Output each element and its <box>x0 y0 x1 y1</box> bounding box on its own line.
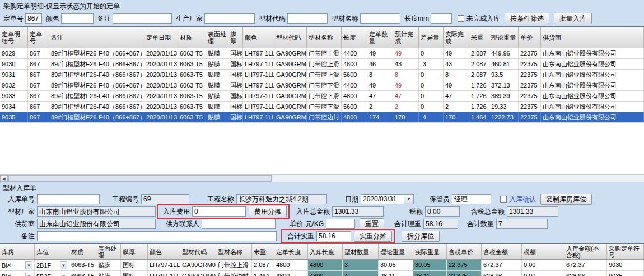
order-column-header[interactable]: 材质 <box>178 27 206 48</box>
order-table-row[interactable]: 903086789#门框型材F26-F40（866+867）2020/01/13… <box>0 59 644 70</box>
order-column-header[interactable]: 差异量 <box>419 27 444 48</box>
order-column-header[interactable]: 定单号 <box>28 27 49 48</box>
inbound-column-header[interactable]: 型材数量 <box>343 244 379 259</box>
batch-inbound-button[interactable]: 批量入库 <box>554 13 592 24</box>
project-no-input[interactable] <box>141 194 189 204</box>
warehouse-select[interactable]: B区▼ <box>0 271 35 276</box>
split-location-button[interactable]: 拆分库位 <box>402 231 440 242</box>
unfinished-checkbox[interactable] <box>458 15 464 22</box>
inbound-remark-input[interactable] <box>37 231 277 241</box>
fee-input[interactable] <box>192 206 246 217</box>
order-column-header[interactable]: 膜厚 <box>228 27 243 48</box>
manufacturer-input[interactable] <box>204 13 255 24</box>
inbound-column-header[interactable]: 库位 <box>35 244 69 259</box>
order-table-cell: 国标 <box>228 112 243 122</box>
copy-warehouse-location-button[interactable]: 复制库房库位 <box>540 194 592 205</box>
theory-weight-input[interactable] <box>423 219 458 229</box>
inbound-column-header[interactable]: 理论重量 <box>379 244 413 259</box>
actual-weight-input[interactable] <box>316 231 351 241</box>
inbound-table-cell: 4800 <box>308 271 343 276</box>
order-column-header[interactable]: 预计完成 <box>393 27 419 48</box>
profile-code-input[interactable] <box>287 13 328 24</box>
fee-share-button[interactable]: 费用分摊 <box>249 206 287 217</box>
location-select[interactable]: 5B2F▼ <box>35 271 69 276</box>
length-input[interactable] <box>431 13 452 24</box>
order-table-row[interactable]: 903486789#门框型材F26-F40（866+867）2020/01/13… <box>0 102 644 112</box>
inbound-column-header[interactable]: 颜色 <box>148 244 180 259</box>
inbound-table-row[interactable]: B区▼2B1F▼6063-T5贴膜国标LH797-1LL0GA90GRM03门带… <box>0 260 644 271</box>
combo-dropdown-icon[interactable]: ▼ <box>60 273 67 276</box>
inbound-column-header[interactable]: 含税单价 <box>447 244 482 259</box>
order-table-cell: 449.96 <box>489 48 519 58</box>
order-column-header[interactable]: 供货商 <box>541 27 644 48</box>
order-column-header[interactable]: 定单数量 <box>367 27 393 48</box>
inbound-column-header[interactable]: 实际重量 <box>413 244 447 259</box>
inbound-column-header[interactable]: 表面处理 <box>96 244 121 259</box>
order-column-header[interactable]: 表面处理 <box>206 27 228 48</box>
inbound-column-header[interactable]: 米重 <box>252 244 274 259</box>
project-name-input[interactable] <box>236 194 327 204</box>
filter-by-condition-button[interactable]: 按条件筛选 <box>505 13 549 24</box>
contact-input[interactable] <box>202 219 276 229</box>
inbound-column-header[interactable]: 库房 <box>0 244 35 259</box>
order-table-row[interactable]: 903586789#门框型材F26-F40（866+867）2020/01/13… <box>0 112 644 123</box>
theory-weight-label: 合计理重 <box>391 219 421 229</box>
order-column-header[interactable]: 实际完成 <box>444 27 469 48</box>
order-column-header[interactable]: 长度 <box>342 27 367 48</box>
order-no-input[interactable] <box>25 13 42 24</box>
inbound-column-header[interactable]: 税额 <box>522 244 564 259</box>
order-table-row[interactable]: 903386789#门框型材F26-F40（866+867）2020/01/13… <box>0 91 644 102</box>
inbound-column-header[interactable]: 入库金额(不含税) <box>564 244 607 259</box>
keeper-input[interactable] <box>452 194 491 204</box>
scroll-left-icon[interactable]: ◀ <box>0 175 8 182</box>
tax-input[interactable] <box>425 206 460 217</box>
inbound-column-header[interactable]: 型材名称 <box>216 244 252 259</box>
total-qty-input[interactable] <box>496 219 548 229</box>
date-picker[interactable]: ▼ <box>361 194 414 204</box>
order-column-header[interactable]: 定单日期 <box>144 27 178 48</box>
inbound-table-cell: 22.375 <box>447 271 482 276</box>
weight-share-button[interactable]: 实重分摊 <box>354 231 392 242</box>
warehouse-select[interactable]: B区▼ <box>0 260 35 270</box>
order-table-hscrollbar[interactable]: ◀ <box>0 174 644 182</box>
color-input[interactable] <box>61 13 94 24</box>
inbound-column-header[interactable]: 含税金额 <box>482 244 522 259</box>
order-column-header[interactable]: 型材代码 <box>274 27 307 48</box>
combo-dropdown-icon[interactable]: ▼ <box>60 261 67 269</box>
order-column-header[interactable]: 米重 <box>469 27 489 48</box>
inbound-column-header[interactable]: 定单长度 <box>274 244 308 259</box>
inbound-column-header[interactable]: 入库长度 <box>308 244 343 259</box>
inbound-column-header[interactable]: 采购定单行号 <box>607 244 644 259</box>
order-table-cell: 89#门框型材F26-F40（866+867） <box>49 80 144 90</box>
location-select[interactable]: 2B1F▼ <box>35 260 69 270</box>
inbound-confirm-checkbox[interactable] <box>500 196 507 203</box>
inbound-confirm-label: 入库确认 <box>509 195 536 204</box>
combo-dropdown-icon[interactable]: ▼ <box>25 261 32 269</box>
order-table-row[interactable]: 902986789#门框型材F26-F40（866+867）2020/01/13… <box>0 48 644 59</box>
inbound-column-header[interactable]: 膜厚 <box>121 244 148 259</box>
order-table-row[interactable]: 903286789#门框型材F26-F40（866+867）2020/01/13… <box>0 80 644 91</box>
order-column-header[interactable]: 备注 <box>49 27 144 48</box>
inbound-no-input[interactable] <box>37 194 100 204</box>
inbound-table-row[interactable]: B区▼5B2F▼6063-T5贴膜国标LH797-1LL0GA90GRM05门带… <box>0 271 644 276</box>
inbound-column-header[interactable]: 型材代码 <box>180 244 216 259</box>
profile-name-input[interactable] <box>360 13 400 24</box>
supplier-input[interactable] <box>37 219 156 229</box>
calendar-dropdown-icon[interactable]: ▼ <box>404 194 414 204</box>
date-input[interactable] <box>361 194 404 204</box>
combo-dropdown-icon[interactable]: ▼ <box>25 273 32 276</box>
total-amount-input[interactable] <box>332 206 384 217</box>
remark-input[interactable] <box>113 13 172 24</box>
order-column-header[interactable]: 型材名称 <box>307 27 342 48</box>
reset-button[interactable]: 重置 <box>360 218 384 229</box>
order-column-header[interactable]: 颜色 <box>243 27 274 48</box>
factory-input[interactable] <box>37 206 156 217</box>
total-with-tax-input[interactable] <box>507 206 558 217</box>
inbound-column-header[interactable]: 材质 <box>69 244 96 259</box>
order-column-header[interactable]: 理论重量 <box>489 27 519 48</box>
unit-price-input[interactable] <box>326 219 355 229</box>
order-column-header[interactable]: 单价 <box>519 27 541 48</box>
order-table-row[interactable]: 903186789#门框型材F26-F40（866+867）2020/01/13… <box>0 70 644 80</box>
scrollbar-thumb[interactable] <box>8 175 272 182</box>
order-column-header[interactable]: 定单明细号 <box>0 27 28 48</box>
